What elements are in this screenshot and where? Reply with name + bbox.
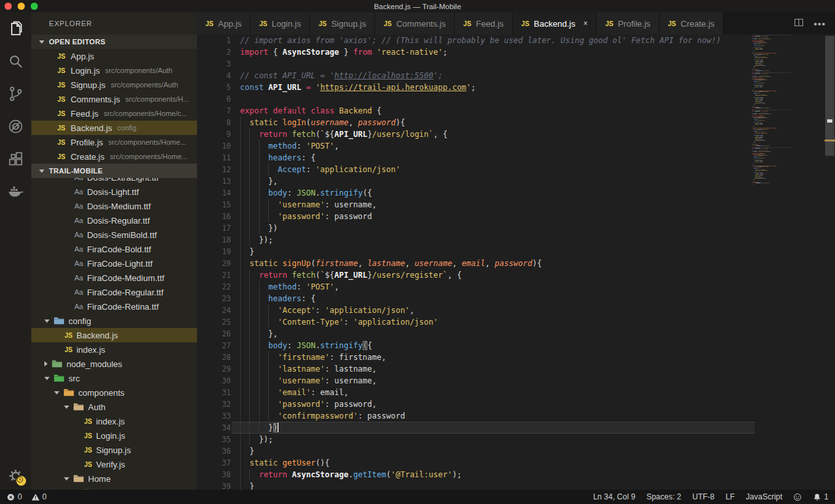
explorer-icon[interactable] (7, 20, 24, 37)
line-number[interactable]: 28 (197, 351, 231, 363)
eol[interactable]: LF (725, 492, 735, 501)
line-number[interactable]: 2 (197, 46, 231, 58)
extensions-icon[interactable] (7, 151, 24, 168)
code-line-32[interactable]: 32 'password': password, (197, 398, 835, 410)
tree-item-Verify.js[interactable]: JSVerify.js (31, 457, 197, 471)
settings-gear-icon[interactable] (7, 467, 24, 484)
code-line-29[interactable]: 29 'lastname': lastname, (197, 363, 835, 375)
problems-errors[interactable]: 0 (7, 492, 22, 501)
open-editor-App.js[interactable]: JSApp.js (31, 49, 197, 63)
tab-Login.js[interactable]: JSLogin.js (250, 12, 310, 35)
section-project[interactable]: TRAIL-MOBILE (31, 164, 197, 178)
tree-item-Backend.js[interactable]: JSBackend.js (31, 328, 197, 342)
line-number[interactable]: 4 (197, 70, 231, 82)
line-number[interactable]: 11 (197, 152, 231, 164)
code-line-9[interactable]: 9 return fetch(`${API_URL}/users/login`,… (197, 128, 835, 140)
code-line-20[interactable]: 20 static signUp(firstname, lastname, us… (197, 258, 835, 269)
code-line-7[interactable]: 7export default class Backend { (197, 105, 835, 117)
line-number[interactable]: 34 (197, 422, 231, 434)
line-number[interactable]: 16 (197, 211, 231, 222)
indentation[interactable]: Spaces: 2 (646, 492, 681, 501)
tree-item-FiraCode-Retina.ttf[interactable]: AaFiraCode-Retina.ttf (31, 299, 197, 314)
language-mode[interactable]: JavaScript (746, 492, 782, 501)
notifications-bell[interactable]: 1 (813, 492, 828, 501)
tree-item-FiraCode-Light.ttf[interactable]: AaFiraCode-Light.ttf (31, 256, 197, 271)
line-number[interactable]: 22 (197, 281, 231, 293)
line-number[interactable]: 32 (197, 398, 231, 410)
line-number[interactable]: 14 (197, 187, 231, 199)
tab-Comments.js[interactable]: JSComments.js (375, 12, 455, 35)
tree-item-index.js[interactable]: JSindex.js (31, 414, 197, 428)
line-number[interactable]: 36 (197, 445, 231, 457)
code-editor[interactable]: 1// import axios from 'axios'; // (This … (197, 35, 835, 490)
problems-warnings[interactable]: 0 (31, 492, 47, 501)
section-open-editors[interactable]: OPEN EDITORS (31, 35, 197, 49)
line-number[interactable]: 24 (197, 304, 231, 316)
code-line-36[interactable]: 36 } (197, 445, 835, 457)
line-number[interactable]: 20 (197, 258, 231, 269)
line-number[interactable]: 9 (197, 128, 231, 140)
tree-item-Dosis-Light.ttf[interactable]: AaDosis-Light.ttf (31, 185, 197, 199)
tree-item-components[interactable]: components (31, 385, 197, 400)
code-line-24[interactable]: 24 'Accept': 'application/json', (197, 304, 835, 316)
tree-item-Dosis-Regular.ttf[interactable]: AaDosis-Regular.ttf (31, 213, 197, 228)
line-number[interactable]: 26 (197, 328, 231, 340)
code-line-27[interactable]: 27 body: JSON.stringify({ (197, 340, 835, 351)
minimap[interactable]: // import axios from 'axios'; // (This w… (752, 35, 825, 490)
code-line-4[interactable]: 4// const API_URL = 'http://localhost:55… (197, 70, 835, 82)
tab-Profile.js[interactable]: JSProfile.js (597, 12, 660, 35)
code-line-14[interactable]: 14 body: JSON.stringify({ (197, 187, 835, 199)
debug-icon[interactable] (7, 118, 24, 135)
code-line-19[interactable]: 19 } (197, 246, 835, 258)
close-window-button[interactable] (5, 3, 12, 10)
split-editor-icon[interactable] (794, 18, 804, 30)
tree-item-FiraCode-Medium.ttf[interactable]: AaFiraCode-Medium.ttf (31, 271, 197, 285)
code-line-21[interactable]: 21 return fetch(`${API_URL}/users/regist… (197, 269, 835, 281)
tree-item-Dosis-SemiBold.ttf[interactable]: AaDosis-SemiBold.ttf (31, 228, 197, 242)
tree-item-Dosis-ExtraLight.ttf[interactable]: AaDosis-ExtraLight.ttf (31, 178, 197, 185)
code-line-16[interactable]: 16 'password': password (197, 211, 835, 222)
source-control-icon[interactable] (7, 85, 24, 102)
code-line-8[interactable]: 8 static logIn(username, password){ (197, 117, 835, 128)
code-line-2[interactable]: 2import { AsyncStorage } from 'react-nat… (197, 46, 835, 58)
line-number[interactable]: 35 (197, 434, 231, 445)
line-number[interactable]: 23 (197, 293, 231, 304)
line-number[interactable]: 5 (197, 82, 231, 93)
line-number[interactable]: 30 (197, 375, 231, 387)
tree-item-Auth[interactable]: Auth (31, 400, 197, 414)
line-number[interactable]: 27 (197, 340, 231, 351)
code-line-22[interactable]: 22 method: 'POST', (197, 281, 835, 293)
tree-item-Signup.js[interactable]: JSSignup.js (31, 443, 197, 457)
tree-item-Login.js[interactable]: JSLogin.js (31, 428, 197, 443)
code-line-35[interactable]: 35 }); (197, 434, 835, 445)
line-number[interactable]: 25 (197, 316, 231, 328)
cursor-position[interactable]: Ln 34, Col 9 (593, 492, 635, 501)
line-number[interactable]: 39 (197, 481, 231, 490)
line-number[interactable]: 8 (197, 117, 231, 128)
line-number[interactable]: 18 (197, 234, 231, 246)
code-line-28[interactable]: 28 'firstname': firstname, (197, 351, 835, 363)
tree-item-src[interactable]: src (31, 371, 197, 385)
code-line-17[interactable]: 17 }) (197, 222, 835, 234)
line-number[interactable]: 31 (197, 387, 231, 398)
open-editor-Backend.js[interactable]: JSBackend.jsconfig (31, 121, 197, 135)
code-line-37[interactable]: 37 static getUser(){ (197, 457, 835, 469)
code-line-38[interactable]: 38 return AsyncStorage.getItem('@Trail:u… (197, 469, 835, 481)
code-line-15[interactable]: 15 'username': username, (197, 199, 835, 211)
tree-item-Home[interactable]: Home (31, 471, 197, 486)
line-number[interactable]: 29 (197, 363, 231, 375)
code-line-31[interactable]: 31 'email': email, (197, 387, 835, 398)
search-icon[interactable] (7, 53, 24, 70)
more-actions-icon[interactable]: ••• (813, 18, 826, 29)
line-number[interactable]: 19 (197, 246, 231, 258)
line-number[interactable]: 38 (197, 469, 231, 481)
code-line-3[interactable]: 3 (197, 58, 835, 70)
line-number[interactable]: 3 (197, 58, 231, 70)
open-editor-Profile.js[interactable]: JSProfile.jssrc/components/Home... (31, 135, 197, 149)
tab-Backend.js[interactable]: JSBackend.js× (513, 12, 597, 35)
line-number[interactable]: 6 (197, 93, 231, 105)
code-line-34[interactable]: 34 }) (197, 422, 835, 434)
line-number[interactable]: 12 (197, 164, 231, 175)
line-number[interactable]: 17 (197, 222, 231, 234)
code-line-25[interactable]: 25 'Content-Type': 'application/json' (197, 316, 835, 328)
